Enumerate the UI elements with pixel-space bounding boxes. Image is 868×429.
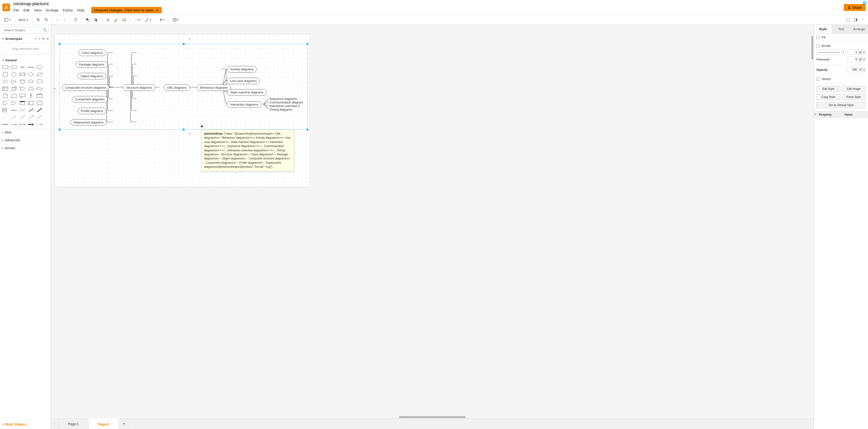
zoom-out-button[interactable] xyxy=(43,17,50,23)
to-back-button[interactable] xyxy=(92,17,99,23)
page-tab-2[interactable]: Page-2 xyxy=(89,419,119,429)
shape-list[interactable] xyxy=(2,107,8,113)
shape-tape[interactable] xyxy=(36,86,43,91)
rp-tab-style[interactable]: Style xyxy=(814,25,832,33)
redo-button[interactable]: ↷ xyxy=(62,17,67,23)
fill-color-button[interactable] xyxy=(104,17,112,23)
node-uml[interactable]: UML diagrams xyxy=(164,84,190,91)
node-structure[interactable]: Structure diagrams xyxy=(123,84,155,91)
shape-rectangle[interactable] xyxy=(2,64,8,70)
edit-image-button[interactable]: Edit Image xyxy=(842,86,866,92)
more-shapes-button[interactable]: + More Shapes... xyxy=(0,419,51,429)
menu-help[interactable]: Help xyxy=(77,8,85,12)
node-package[interactable]: Package diagrams xyxy=(76,61,107,68)
shape-dashed-line[interactable] xyxy=(2,114,8,120)
menu-edit[interactable]: Edit xyxy=(23,8,30,12)
perimeter-spinner[interactable]: ▲▼ xyxy=(863,57,866,61)
border-width-spinner[interactable]: ▲▼ xyxy=(863,50,866,54)
search-shapes-input[interactable] xyxy=(2,27,49,34)
menu-arrange[interactable]: Arrange xyxy=(46,8,58,12)
app-logo[interactable] xyxy=(2,4,10,11)
shape-bidir[interactable] xyxy=(19,121,26,127)
shape-text[interactable]: Text xyxy=(19,64,26,70)
node-object[interactable]: Object diagrams xyxy=(78,73,106,79)
shape-heading[interactable]: Heading xyxy=(28,64,34,70)
border-checkbox[interactable] xyxy=(816,44,820,48)
horizontal-scrollbar[interactable] xyxy=(399,416,466,418)
table-button[interactable]: ▼ xyxy=(171,17,181,23)
border-width-input[interactable] xyxy=(847,50,858,55)
label-timing[interactable]: Timing diagrams xyxy=(270,108,292,111)
shape-diamond[interactable] xyxy=(28,72,34,77)
format-panel-button[interactable] xyxy=(852,17,859,23)
menu-file[interactable]: File xyxy=(13,8,19,12)
close-icon[interactable]: ✕ xyxy=(46,37,49,40)
property-table-header[interactable]: ▸ Property Value xyxy=(814,111,868,118)
search-icon[interactable]: 🔍 xyxy=(43,28,47,32)
connection-button[interactable]: ▼ xyxy=(133,17,143,23)
label-communication[interactable]: Communication diagram xyxy=(270,101,303,104)
document-title[interactable]: mindmap-plantuml xyxy=(13,1,844,6)
general-header[interactable]: ▼ General xyxy=(0,57,51,63)
shape-cylinder[interactable] xyxy=(19,79,26,84)
rp-tab-arrange[interactable]: Arrange xyxy=(850,25,868,33)
page-tab-1[interactable]: Page-1 xyxy=(59,419,89,429)
scratchpad-dropzone[interactable]: Drag elements here xyxy=(2,43,48,55)
shape-list-item[interactable]: List item xyxy=(10,107,17,113)
shape-card[interactable] xyxy=(10,93,17,99)
shape-line-open-arrow[interactable] xyxy=(28,114,34,120)
menu-view[interactable]: View xyxy=(34,8,41,12)
node-usecase[interactable]: Use case diagrams xyxy=(227,78,260,84)
shape-square[interactable] xyxy=(2,72,8,77)
edit-icon[interactable]: ✎ xyxy=(42,37,44,40)
node-statemachine[interactable]: State machine diagrams xyxy=(227,89,267,95)
shape-internal-storage[interactable] xyxy=(2,86,8,91)
shape-callout[interactable] xyxy=(19,93,26,99)
shape-hexagon[interactable] xyxy=(2,79,8,84)
label-sequence[interactable]: Sequence diagrams xyxy=(270,97,297,101)
menu-extras[interactable]: Extras xyxy=(63,8,73,12)
section-advanced[interactable]: ▸Advanced xyxy=(0,136,51,144)
shape-container[interactable] xyxy=(36,93,43,99)
undo-button[interactable]: ↶ xyxy=(55,17,61,23)
sketch-checkbox[interactable] xyxy=(816,78,820,81)
node-activity[interactable]: Activity diagrams xyxy=(227,66,257,73)
copy-style-button[interactable]: Copy Style xyxy=(816,94,840,100)
help-icon[interactable]: ? xyxy=(35,37,37,40)
node-class[interactable]: Class diagrams xyxy=(79,50,106,56)
to-front-button[interactable] xyxy=(84,17,91,23)
border-style-select[interactable]: ▼ xyxy=(816,50,845,55)
collapse-button[interactable]: ⌃ xyxy=(860,17,866,23)
node-interaction[interactable]: Interaction diagrams xyxy=(227,101,261,108)
insert-button[interactable]: +▼ xyxy=(158,17,166,23)
shape-and[interactable] xyxy=(2,100,8,106)
fill-checkbox[interactable] xyxy=(816,36,820,39)
view-mode-button[interactable]: ▼ xyxy=(2,17,12,23)
unsaved-changes-button[interactable]: Unsaved changes. Click here to save. xyxy=(91,7,162,13)
shape-line[interactable] xyxy=(10,114,17,120)
shape-ellipse[interactable] xyxy=(36,64,43,70)
shape-parallelogram[interactable] xyxy=(36,72,43,77)
shape-bidir-arrow[interactable] xyxy=(28,107,34,113)
node-profile[interactable]: Profile diagrams xyxy=(78,108,106,114)
shape-link[interactable] xyxy=(2,121,8,127)
page-tab-add[interactable]: + xyxy=(119,419,129,429)
node-behaviour[interactable]: Behaviour diagrams xyxy=(197,84,231,91)
share-button[interactable]: Share xyxy=(844,4,866,11)
shape-arrow-thick[interactable] xyxy=(36,107,43,113)
shape-line-plain[interactable] xyxy=(36,114,43,120)
section-misc[interactable]: ▸Misc xyxy=(0,128,51,136)
node-composite[interactable]: Composite structure diagrams xyxy=(62,84,109,91)
shape-frame2[interactable] xyxy=(36,100,43,106)
line-color-button[interactable] xyxy=(112,17,120,23)
shape-document[interactable] xyxy=(36,79,43,84)
shape-cloud[interactable] xyxy=(28,79,34,84)
shape-line-arrow[interactable] xyxy=(19,114,26,120)
delete-button[interactable] xyxy=(72,17,79,23)
edit-style-button[interactable]: Edit Style xyxy=(816,86,840,92)
section-arrows[interactable]: ▸Arrows xyxy=(0,144,51,152)
shape-dotted-arrow[interactable] xyxy=(36,121,43,127)
node-component[interactable]: Component diagrams xyxy=(72,96,107,103)
scratchpad-header[interactable]: ▼ Scratchpad ? + ✎ ✕ xyxy=(0,35,51,42)
zoom-in-button[interactable] xyxy=(35,17,42,23)
